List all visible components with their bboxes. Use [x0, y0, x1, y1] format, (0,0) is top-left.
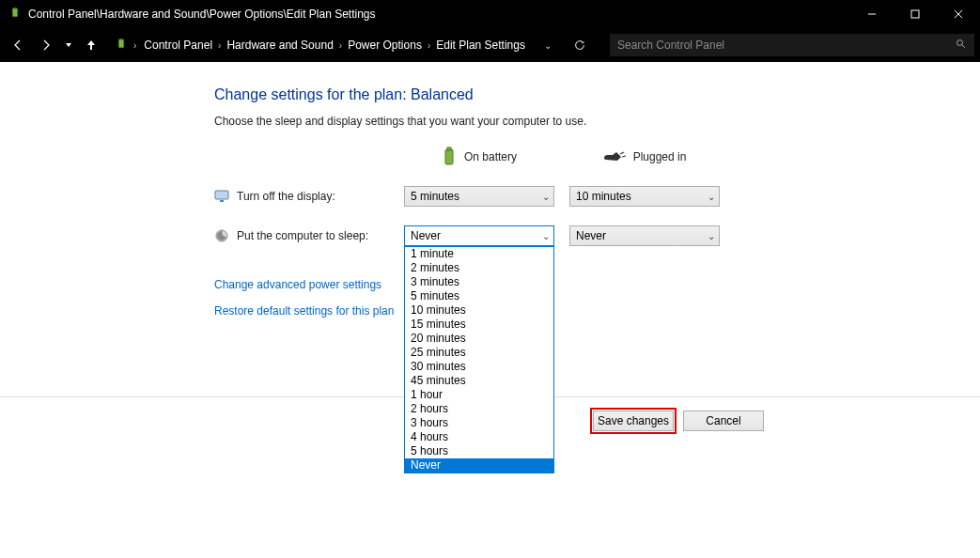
address-bar[interactable]: › Control Panel › Hardware and Sound › P…	[113, 34, 552, 56]
button-label: Cancel	[706, 414, 740, 427]
display-battery-select[interactable]: 5 minutes ⌄	[404, 186, 554, 207]
row-sleep: Put the computer to sleep:	[214, 228, 389, 243]
minimize-button[interactable]	[850, 0, 894, 28]
battery-icon	[442, 147, 457, 167]
display-icon	[214, 189, 229, 204]
select-option[interactable]: 15 minutes	[405, 318, 553, 332]
search-placeholder: Search Control Panel	[617, 39, 724, 52]
select-value: 10 minutes	[576, 190, 708, 203]
chevron-down-icon: ⌄	[708, 192, 715, 202]
svg-line-9	[962, 44, 965, 47]
svg-rect-6	[118, 39, 123, 48]
select-option[interactable]: 30 minutes	[405, 360, 553, 374]
select-option[interactable]: 1 minute	[405, 247, 553, 261]
chevron-right-icon: ›	[339, 40, 342, 51]
select-value: Never	[411, 229, 542, 242]
search-input[interactable]: Search Control Panel	[610, 34, 974, 56]
up-button[interactable]	[79, 33, 103, 57]
navbar: › Control Panel › Hardware and Sound › P…	[0, 28, 980, 62]
window-title: Control Panel\Hardware and Sound\Power O…	[28, 8, 850, 21]
svg-line-12	[620, 152, 624, 154]
select-option[interactable]: 3 hours	[405, 416, 553, 430]
cancel-button[interactable]: Cancel	[683, 411, 764, 431]
maximize-button[interactable]	[894, 0, 937, 28]
app-icon	[8, 7, 23, 22]
svg-rect-0	[12, 8, 17, 17]
select-listbox[interactable]: 1 minute2 minutes3 minutes5 minutes10 mi…	[404, 246, 554, 473]
links: Change advanced power settings Restore d…	[214, 278, 980, 318]
close-button[interactable]	[937, 0, 980, 28]
button-label: Save changes	[598, 414, 669, 427]
recent-locations-button[interactable]	[62, 33, 75, 57]
svg-rect-10	[445, 149, 453, 164]
back-button[interactable]	[6, 33, 30, 57]
breadcrumb-item[interactable]: Power Options	[346, 37, 424, 54]
svg-line-13	[622, 156, 626, 157]
select-option[interactable]: 5 hours	[405, 444, 553, 458]
select-option[interactable]: 45 minutes	[405, 374, 553, 388]
page-subheading: Choose the sleep and display settings th…	[214, 115, 980, 128]
breadcrumbs: Control Panel › Hardware and Sound › Pow…	[142, 37, 527, 54]
breadcrumb-item[interactable]: Edit Plan Settings	[434, 37, 527, 54]
refresh-button[interactable]	[570, 36, 589, 54]
chevron-down-icon: ⌄	[542, 192, 550, 202]
svg-rect-1	[14, 8, 16, 9]
svg-rect-11	[447, 147, 451, 150]
plug-icon	[603, 150, 626, 163]
row-label: Turn off the display:	[237, 190, 335, 203]
select-option[interactable]: 4 hours	[405, 430, 553, 444]
select-option[interactable]: 10 minutes	[405, 303, 553, 318]
svg-rect-3	[911, 10, 919, 18]
select-option[interactable]: 1 hour	[405, 388, 553, 402]
forward-button[interactable]	[34, 33, 58, 57]
page-title: Change settings for the plan: Balanced	[214, 86, 980, 103]
column-header-plugged: Plugged in	[569, 150, 720, 163]
chevron-down-icon: ⌄	[542, 231, 550, 241]
breadcrumb-item[interactable]: Control Panel	[142, 37, 214, 54]
select-option[interactable]: 3 minutes	[405, 275, 553, 289]
svg-rect-14	[215, 191, 228, 199]
window: Control Panel\Hardware and Sound\Power O…	[0, 0, 980, 558]
select-option[interactable]: 2 minutes	[405, 261, 553, 275]
chevron-right-icon: ›	[218, 40, 221, 51]
display-plugged-select[interactable]: 10 minutes ⌄	[569, 186, 720, 207]
select-option[interactable]: Never	[405, 458, 553, 473]
column-header-label: Plugged in	[633, 150, 687, 163]
chevron-right-icon: ›	[133, 40, 136, 51]
advanced-settings-link[interactable]: Change advanced power settings	[214, 278, 980, 291]
select-option[interactable]: 25 minutes	[405, 346, 553, 360]
chevron-down-icon: ⌄	[708, 231, 715, 241]
select-value: Never	[576, 229, 708, 242]
content-area: Change settings for the plan: Balanced C…	[0, 62, 980, 558]
breadcrumb-item[interactable]: Hardware and Sound	[225, 37, 334, 54]
sleep-icon	[214, 228, 229, 243]
column-header-battery: On battery	[404, 147, 554, 167]
svg-rect-7	[120, 39, 122, 40]
row-label: Put the computer to sleep:	[237, 229, 368, 242]
select-value: 5 minutes	[411, 190, 542, 203]
select-option[interactable]: 20 minutes	[405, 332, 553, 346]
chevron-right-icon: ›	[428, 40, 430, 51]
restore-defaults-link[interactable]: Restore default settings for this plan	[214, 304, 980, 318]
chevron-down-icon[interactable]: ⌄	[544, 40, 552, 51]
sleep-battery-select[interactable]: Never ⌄ 1 minute2 minutes3 minutes5 minu…	[404, 225, 554, 246]
select-option[interactable]: 5 minutes	[405, 289, 553, 303]
svg-rect-15	[220, 200, 224, 202]
window-controls	[850, 0, 980, 28]
settings-grid: On battery Plugged in Turn off the displ…	[214, 147, 980, 246]
titlebar: Control Panel\Hardware and Sound\Power O…	[0, 0, 980, 28]
row-display: Turn off the display:	[214, 189, 389, 204]
column-header-label: On battery	[464, 150, 517, 163]
sleep-plugged-select[interactable]: Never ⌄	[569, 225, 720, 246]
location-icon	[113, 37, 130, 54]
svg-point-8	[957, 39, 963, 45]
save-button[interactable]: Save changes	[593, 411, 674, 431]
select-option[interactable]: 2 hours	[405, 402, 553, 416]
search-icon	[956, 39, 967, 53]
